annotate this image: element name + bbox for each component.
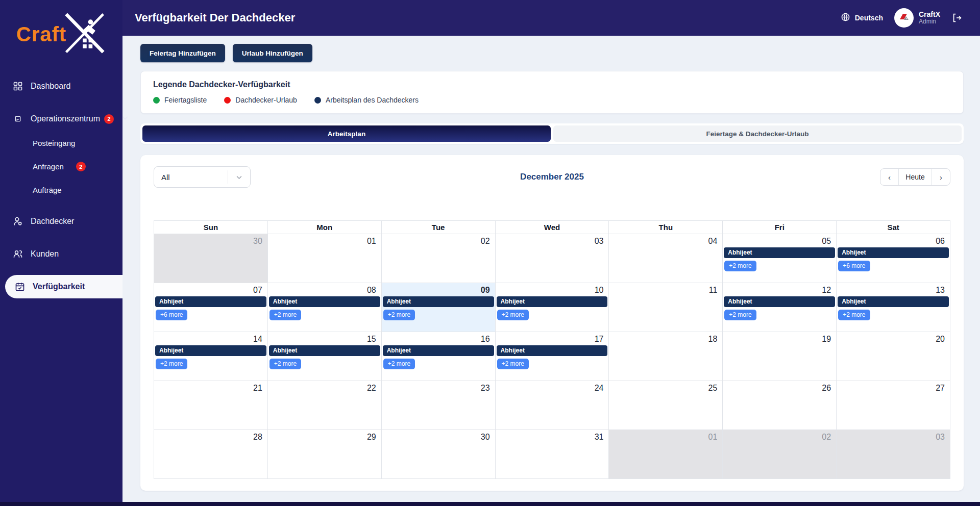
calendar-day-cell[interactable]: 07Abhijeet+6 more [154,283,268,332]
more-events-badge[interactable]: +2 more [838,310,870,320]
logo-roofer-x-icon [59,11,108,57]
event-bar[interactable]: Abhijeet [724,296,835,307]
calendar-day-cell[interactable]: 03 [837,430,950,479]
event-bar[interactable]: Abhijeet [269,345,380,356]
event-bar[interactable]: Abhijeet [155,345,266,356]
calendar-day-cell[interactable]: 23 [382,381,496,430]
more-events-badge[interactable]: +2 more [724,310,756,320]
calendar-day-cell[interactable]: 08Abhijeet+2 more [268,283,382,332]
event-bar[interactable]: Abhijeet [155,296,266,307]
calendar-day-cell[interactable]: 26 [723,381,837,430]
sidebar-item-posteingang[interactable]: Posteingang [0,135,122,151]
event-bar[interactable]: Abhijeet [497,296,608,307]
calendar-day-cell[interactable]: 05Abhijeet+2 more [723,234,837,283]
more-events-badge[interactable]: +2 more [270,310,301,320]
add-holiday-button[interactable]: Feiertag Hinzufügen [140,44,225,62]
calendar-day-cell[interactable]: 28 [154,430,268,479]
sidebar-item-dachdecker[interactable]: Dachdecker [0,210,122,233]
event-bar[interactable]: Abhijeet [838,247,949,258]
day-number: 05 [723,234,836,247]
calendar-day-cell[interactable]: 13Abhijeet+2 more [837,283,950,332]
legend-item-arbeitsplan: Arbeitsplan des Dachdeckers [314,96,419,104]
day-number: 18 [609,332,722,345]
day-number: 26 [723,381,836,394]
calendar-day-cell[interactable]: 24 [496,381,609,430]
craftx-logo[interactable]: Craft [0,0,122,60]
day-number: 01 [268,234,381,247]
prev-month-button[interactable]: ‹ [880,169,898,185]
calendar-day-cell[interactable]: 17Abhijeet+2 more [496,332,609,381]
sidebar-item-dashboard[interactable]: Dashboard [0,74,122,98]
tab-feiertage-urlaub[interactable]: Feiertage & Dachdecker-Urlaub [553,125,962,142]
sidebar-item-verfuegbarkeit[interactable]: Verfügbarkeit [5,275,122,298]
calendar-day-cell[interactable]: 27 [837,381,950,430]
day-number: 03 [837,430,950,443]
calendar-day-cell[interactable]: 19 [723,332,837,381]
more-events-badge[interactable]: +6 more [838,261,870,271]
next-month-button[interactable]: › [932,169,950,185]
calendar-day-cell[interactable]: 10Abhijeet+2 more [496,283,609,332]
calendar-day-cell[interactable]: 09Abhijeet+2 more [382,283,496,332]
more-events-badge[interactable]: +2 more [383,310,415,320]
sidebar-item-anfragen[interactable]: Anfragen 2 [0,158,122,175]
event-bar[interactable]: Abhijeet [724,247,835,258]
more-events-badge[interactable]: +2 more [383,359,415,369]
day-header-tue: Tue [382,221,496,234]
sidebar-item-operationszentrum[interactable]: Operationszentrum 2 [0,107,122,131]
calendar-day-cell[interactable]: 12Abhijeet+2 more [723,283,837,332]
day-number: 25 [609,381,722,394]
day-number: 10 [496,283,609,296]
legend-item-dachdecker-urlaub: Dachdecker-Urlaub [224,96,297,104]
calendar-day-cell[interactable]: 04 [609,234,723,283]
calendar-day-cell[interactable]: 22 [268,381,382,430]
calendar-day-cell[interactable]: 29 [268,430,382,479]
more-events-badge[interactable]: +2 more [156,359,187,369]
calendar-day-cell[interactable]: 01 [268,234,382,283]
event-bar[interactable]: Abhijeet [497,345,608,356]
today-button[interactable]: Heute [898,169,932,185]
day-number: 20 [837,332,950,345]
calendar-day-cell[interactable]: 18 [609,332,723,381]
day-number: 22 [268,381,381,394]
operations-icon [12,113,23,124]
event-bar[interactable]: Abhijeet [269,296,380,307]
calendar-day-cell[interactable]: 15Abhijeet+2 more [268,332,382,381]
calendar-day-cell[interactable]: 30 [382,430,496,479]
calendar-day-cell[interactable]: 02 [382,234,496,283]
chevron-down-icon[interactable] [121,114,129,124]
sidebar-item-label: Verfügbarkeit [33,282,85,291]
calendar-day-cell[interactable]: 14Abhijeet+2 more [154,332,268,381]
calendar-day-cell[interactable]: 20 [837,332,950,381]
day-header-fri: Fri [723,221,837,234]
tab-arbeitsplan[interactable]: Arbeitsplan [142,125,551,142]
calendar-day-cell[interactable]: 01 [609,430,723,479]
event-bar[interactable]: Abhijeet [383,296,494,307]
sidebar-item-auftraege[interactable]: Aufträge [0,182,122,198]
logout-icon[interactable] [951,12,963,23]
more-events-badge[interactable]: +2 more [270,359,301,369]
calendar-day-cell[interactable]: 03 [496,234,609,283]
day-number: 13 [837,283,950,296]
day-number: 27 [837,381,950,394]
calendar-day-cell[interactable]: 25 [609,381,723,430]
roofer-filter-select[interactable]: All [154,166,251,188]
legend-card: Legende Dachdecker-Verfügbarkeit Feierta… [140,71,964,114]
event-bar[interactable]: Abhijeet [383,345,494,356]
language-selector[interactable]: Deutsch [841,12,883,23]
user-menu[interactable]: CraftX Admin [894,8,940,28]
more-events-badge[interactable]: +2 more [497,310,529,320]
sidebar-item-kunden[interactable]: Kunden [0,242,122,266]
calendar-day-cell[interactable]: 16Abhijeet+2 more [382,332,496,381]
calendar-day-cell[interactable]: 02 [723,430,837,479]
more-events-badge[interactable]: +2 more [497,359,529,369]
calendar-day-cell[interactable]: 06Abhijeet+6 more [837,234,950,283]
calendar-day-cell[interactable]: 11 [609,283,723,332]
more-events-badge[interactable]: +2 more [724,261,756,271]
event-bar[interactable]: Abhijeet [838,296,949,307]
calendar-day-cell[interactable]: 30 [154,234,268,283]
day-number: 06 [837,234,950,247]
calendar-day-cell[interactable]: 21 [154,381,268,430]
add-vacation-button[interactable]: Urlaub Hinzufügen [233,44,312,62]
calendar-day-cell[interactable]: 31 [496,430,609,479]
more-events-badge[interactable]: +6 more [156,310,187,320]
